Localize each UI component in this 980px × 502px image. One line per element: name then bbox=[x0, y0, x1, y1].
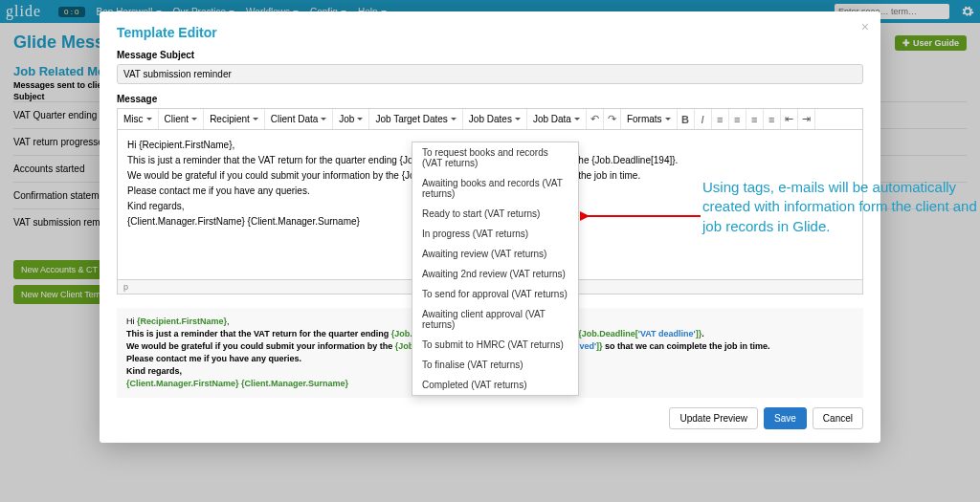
toolbar-misc[interactable]: Misc bbox=[118, 109, 159, 129]
bold-icon[interactable]: B bbox=[678, 109, 695, 129]
toolbar-job-data[interactable]: Job Data bbox=[527, 109, 587, 129]
dropdown-item[interactable]: Completed (VAT returns) bbox=[412, 375, 578, 395]
toolbar-job-target-dates[interactable]: Job Target Dates bbox=[369, 109, 462, 129]
toolbar-job-dates[interactable]: Job Dates bbox=[463, 109, 527, 129]
dropdown-item[interactable]: To submit to HMRC (VAT returns) bbox=[412, 335, 578, 355]
modal-footer: Update Preview Save Cancel bbox=[117, 407, 863, 429]
save-button[interactable]: Save bbox=[764, 407, 807, 429]
dropdown-item[interactable]: Awaiting review (VAT returns) bbox=[412, 244, 578, 264]
dropdown-item[interactable]: To request books and records (VAT return… bbox=[412, 142, 578, 173]
dropdown-item[interactable]: Awaiting books and records (VAT returns) bbox=[412, 173, 578, 204]
dropdown-item[interactable]: To send for approval (VAT returns) bbox=[412, 284, 578, 304]
subject-input[interactable] bbox=[117, 64, 863, 84]
template-editor-modal: × Template Editor Message Subject Messag… bbox=[100, 11, 880, 443]
align-left-icon[interactable]: ≡ bbox=[712, 109, 729, 129]
dropdown-item[interactable]: Awaiting client approval (VAT returns) bbox=[412, 304, 578, 335]
close-icon[interactable]: × bbox=[861, 19, 869, 34]
dropdown-item[interactable]: Awaiting 2nd review (VAT returns) bbox=[412, 264, 578, 284]
undo-icon[interactable]: ↶ bbox=[587, 109, 604, 129]
toolbar-formats[interactable]: Formats bbox=[621, 109, 678, 129]
toolbar-recipient[interactable]: Recipient bbox=[204, 109, 265, 129]
editor-toolbar: Misc Client Recipient Client Data Job Jo… bbox=[117, 108, 863, 129]
align-right-icon[interactable]: ≡ bbox=[746, 109, 764, 129]
job-target-dates-dropdown: To request books and records (VAT return… bbox=[412, 142, 579, 396]
redo-icon[interactable]: ↷ bbox=[604, 109, 621, 129]
cancel-button[interactable]: Cancel bbox=[813, 407, 863, 429]
modal-title: Template Editor bbox=[117, 25, 863, 40]
indent-icon[interactable]: ⇥ bbox=[798, 109, 815, 129]
toolbar-client[interactable]: Client bbox=[159, 109, 205, 129]
align-justify-icon[interactable]: ≡ bbox=[764, 109, 781, 129]
message-label: Message bbox=[117, 94, 863, 104]
subject-label: Message Subject bbox=[117, 50, 863, 60]
dropdown-item[interactable]: To finalise (VAT returns) bbox=[412, 355, 578, 375]
align-center-icon[interactable]: ≡ bbox=[729, 109, 746, 129]
outdent-icon[interactable]: ⇤ bbox=[781, 109, 798, 129]
toolbar-job[interactable]: Job bbox=[333, 109, 369, 129]
toolbar-client-data[interactable]: Client Data bbox=[265, 109, 333, 129]
dropdown-item[interactable]: Ready to start (VAT returns) bbox=[412, 204, 578, 224]
dropdown-item[interactable]: In progress (VAT returns) bbox=[412, 224, 578, 244]
italic-icon[interactable]: I bbox=[695, 109, 712, 129]
update-preview-button[interactable]: Update Preview bbox=[669, 407, 758, 429]
